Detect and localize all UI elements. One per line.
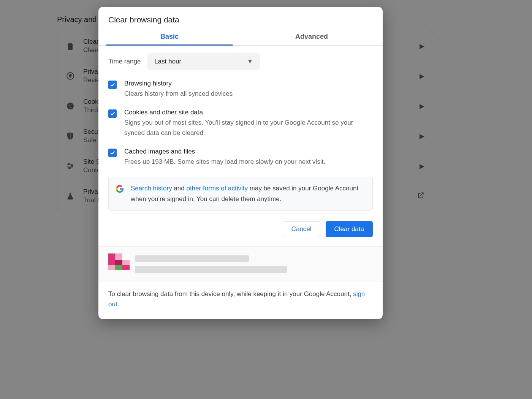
avatar [108,253,130,275]
tab-advanced[interactable]: Advanced [241,27,383,45]
google-account-info: Search history and other forms of activi… [108,177,373,210]
time-range-select[interactable]: Last hour ▼ [147,53,260,70]
link-other-activity[interactable]: other forms of activity [186,185,248,192]
google-icon [116,185,124,193]
checkbox-browsing-history[interactable] [108,81,117,89]
clear-browsing-data-dialog: Clear browsing data Basic Advanced Time … [98,7,383,319]
profile-strip [98,246,383,282]
info-text: Search history and other forms of activi… [131,183,366,204]
item-title: Cached images and files [124,148,325,155]
item-subtitle: Frees up 193 MB. Some sites may load mor… [124,157,325,167]
dialog-tabs: Basic Advanced [98,27,383,46]
redacted-text [135,266,287,273]
time-range-label: Time range [108,58,141,65]
link-search-history[interactable]: Search history [131,185,172,192]
time-range-value: Last hour [154,58,181,65]
clear-data-button[interactable]: Clear data [326,221,373,237]
checkbox-cookies[interactable] [108,109,117,118]
checkbox-cache[interactable] [108,149,117,157]
chevron-down-icon: ▼ [247,58,253,65]
tab-basic[interactable]: Basic [98,27,241,45]
item-subtitle: Signs you out of most sites. You'll stay… [124,118,373,138]
item-subtitle: Clears history from all synced devices [124,89,233,99]
dialog-title: Clear browsing data [98,7,383,27]
footer-note: To clear browsing data from this device … [98,282,383,319]
item-title: Cookies and other site data [124,109,373,116]
redacted-text [135,255,249,262]
item-title: Browsing history [124,80,233,87]
cancel-button[interactable]: Cancel [283,221,320,237]
